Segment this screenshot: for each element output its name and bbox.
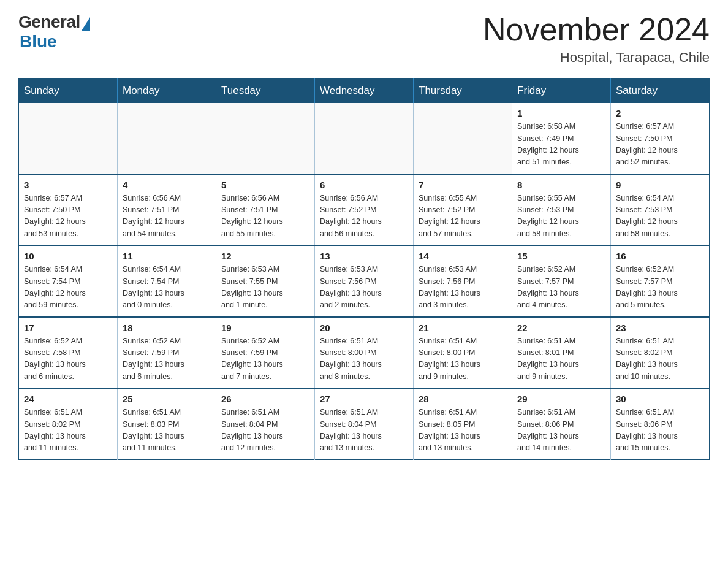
calendar-cell [414,103,512,174]
day-info: Sunrise: 6:51 AMSunset: 8:02 PMDaylight:… [24,407,112,454]
calendar-cell: 18Sunrise: 6:52 AMSunset: 7:59 PMDayligh… [118,317,216,389]
calendar-cell: 10Sunrise: 6:54 AMSunset: 7:54 PMDayligh… [19,245,118,317]
calendar-cell [19,103,118,174]
calendar-cell: 12Sunrise: 6:53 AMSunset: 7:55 PMDayligh… [216,245,315,317]
day-info: Sunrise: 6:51 AMSunset: 8:05 PMDaylight:… [419,407,507,454]
day-number: 2 [616,108,704,118]
day-number: 24 [24,394,112,404]
calendar-day-header: Wednesday [315,79,414,104]
day-number: 25 [123,394,211,404]
calendar-cell: 3Sunrise: 6:57 AMSunset: 7:50 PMDaylight… [19,174,118,246]
day-number: 7 [419,180,507,190]
calendar-cell: 15Sunrise: 6:52 AMSunset: 7:57 PMDayligh… [512,245,611,317]
day-info: Sunrise: 6:51 AMSunset: 8:00 PMDaylight:… [419,335,507,383]
calendar-cell [315,103,414,174]
day-info: Sunrise: 6:54 AMSunset: 7:54 PMDaylight:… [24,264,112,312]
day-number: 9 [616,180,704,190]
day-number: 10 [24,251,112,261]
calendar-week-row: 3Sunrise: 6:57 AMSunset: 7:50 PMDaylight… [19,174,710,246]
calendar-day-header: Tuesday [216,79,315,104]
day-number: 1 [517,108,605,118]
day-number: 13 [320,251,408,261]
day-number: 20 [320,323,408,333]
calendar-cell: 28Sunrise: 6:51 AMSunset: 8:05 PMDayligh… [414,388,512,459]
day-info: Sunrise: 6:51 AMSunset: 8:00 PMDaylight:… [320,335,408,383]
calendar-cell: 2Sunrise: 6:57 AMSunset: 7:50 PMDaylight… [611,103,710,174]
day-info: Sunrise: 6:52 AMSunset: 7:58 PMDaylight:… [24,335,112,383]
calendar-cell: 27Sunrise: 6:51 AMSunset: 8:04 PMDayligh… [315,388,414,459]
day-info: Sunrise: 6:55 AMSunset: 7:53 PMDaylight:… [517,193,605,240]
day-info: Sunrise: 6:56 AMSunset: 7:51 PMDaylight:… [221,193,309,240]
calendar-cell [216,103,315,174]
calendar-cell: 21Sunrise: 6:51 AMSunset: 8:00 PMDayligh… [414,317,512,389]
month-title: November 2024 [483,12,710,47]
calendar-cell: 26Sunrise: 6:51 AMSunset: 8:04 PMDayligh… [216,388,315,459]
logo-triangle-icon [82,17,90,31]
calendar-cell: 14Sunrise: 6:53 AMSunset: 7:56 PMDayligh… [414,245,512,317]
day-number: 6 [320,180,408,190]
day-info: Sunrise: 6:51 AMSunset: 8:04 PMDaylight:… [221,407,309,454]
logo: General Blue [18,12,90,52]
day-number: 30 [616,394,704,404]
logo-blue-text: Blue [20,32,57,52]
calendar-cell: 9Sunrise: 6:54 AMSunset: 7:53 PMDaylight… [611,174,710,246]
calendar-cell: 7Sunrise: 6:55 AMSunset: 7:52 PMDaylight… [414,174,512,246]
calendar-cell: 17Sunrise: 6:52 AMSunset: 7:58 PMDayligh… [19,317,118,389]
calendar-header-row: SundayMondayTuesdayWednesdayThursdayFrid… [19,79,710,104]
day-number: 26 [221,394,309,404]
calendar-day-header: Thursday [414,79,512,104]
calendar-day-header: Sunday [19,79,118,104]
day-info: Sunrise: 6:52 AMSunset: 7:57 PMDaylight:… [616,264,704,312]
day-info: Sunrise: 6:53 AMSunset: 7:56 PMDaylight:… [419,264,507,312]
calendar-cell: 8Sunrise: 6:55 AMSunset: 7:53 PMDaylight… [512,174,611,246]
day-info: Sunrise: 6:51 AMSunset: 8:06 PMDaylight:… [616,407,704,454]
calendar-week-row: 1Sunrise: 6:58 AMSunset: 7:49 PMDaylight… [19,103,710,174]
day-info: Sunrise: 6:52 AMSunset: 7:59 PMDaylight:… [221,335,309,383]
calendar-cell: 22Sunrise: 6:51 AMSunset: 8:01 PMDayligh… [512,317,611,389]
calendar-cell: 13Sunrise: 6:53 AMSunset: 7:56 PMDayligh… [315,245,414,317]
day-info: Sunrise: 6:51 AMSunset: 8:04 PMDaylight:… [320,407,408,454]
calendar-cell: 1Sunrise: 6:58 AMSunset: 7:49 PMDaylight… [512,103,611,174]
day-info: Sunrise: 6:54 AMSunset: 7:54 PMDaylight:… [123,264,211,312]
day-info: Sunrise: 6:54 AMSunset: 7:53 PMDaylight:… [616,193,704,240]
location-title: Hospital, Tarapaca, Chile [483,50,710,66]
day-number: 23 [616,323,704,333]
calendar-cell: 30Sunrise: 6:51 AMSunset: 8:06 PMDayligh… [611,388,710,459]
calendar-cell [118,103,216,174]
day-info: Sunrise: 6:51 AMSunset: 8:03 PMDaylight:… [123,407,211,454]
day-info: Sunrise: 6:53 AMSunset: 7:56 PMDaylight:… [320,264,408,312]
calendar-day-header: Friday [512,79,611,104]
calendar-cell: 24Sunrise: 6:51 AMSunset: 8:02 PMDayligh… [19,388,118,459]
day-number: 21 [419,323,507,333]
page-header: General Blue November 2024 Hospital, Tar… [18,12,710,66]
day-info: Sunrise: 6:53 AMSunset: 7:55 PMDaylight:… [221,264,309,312]
day-info: Sunrise: 6:52 AMSunset: 7:59 PMDaylight:… [123,335,211,383]
day-info: Sunrise: 6:55 AMSunset: 7:52 PMDaylight:… [419,193,507,240]
day-info: Sunrise: 6:56 AMSunset: 7:51 PMDaylight:… [123,193,211,240]
calendar-day-header: Monday [118,79,216,104]
day-number: 12 [221,251,309,261]
title-block: November 2024 Hospital, Tarapaca, Chile [483,12,710,66]
logo-general-text: General [18,12,80,32]
day-number: 18 [123,323,211,333]
calendar-table: SundayMondayTuesdayWednesdayThursdayFrid… [18,78,710,460]
calendar-cell: 19Sunrise: 6:52 AMSunset: 7:59 PMDayligh… [216,317,315,389]
calendar-cell: 16Sunrise: 6:52 AMSunset: 7:57 PMDayligh… [611,245,710,317]
calendar-cell: 11Sunrise: 6:54 AMSunset: 7:54 PMDayligh… [118,245,216,317]
day-number: 16 [616,251,704,261]
day-info: Sunrise: 6:52 AMSunset: 7:57 PMDaylight:… [517,264,605,312]
day-number: 22 [517,323,605,333]
day-number: 4 [123,180,211,190]
calendar-cell: 23Sunrise: 6:51 AMSunset: 8:02 PMDayligh… [611,317,710,389]
calendar-cell: 29Sunrise: 6:51 AMSunset: 8:06 PMDayligh… [512,388,611,459]
calendar-cell: 25Sunrise: 6:51 AMSunset: 8:03 PMDayligh… [118,388,216,459]
calendar-cell: 6Sunrise: 6:56 AMSunset: 7:52 PMDaylight… [315,174,414,246]
calendar-cell: 20Sunrise: 6:51 AMSunset: 8:00 PMDayligh… [315,317,414,389]
day-number: 14 [419,251,507,261]
day-number: 19 [221,323,309,333]
calendar-week-row: 17Sunrise: 6:52 AMSunset: 7:58 PMDayligh… [19,317,710,389]
day-number: 27 [320,394,408,404]
day-info: Sunrise: 6:58 AMSunset: 7:49 PMDaylight:… [517,121,605,169]
day-info: Sunrise: 6:51 AMSunset: 8:02 PMDaylight:… [616,335,704,383]
day-info: Sunrise: 6:51 AMSunset: 8:01 PMDaylight:… [517,335,605,383]
